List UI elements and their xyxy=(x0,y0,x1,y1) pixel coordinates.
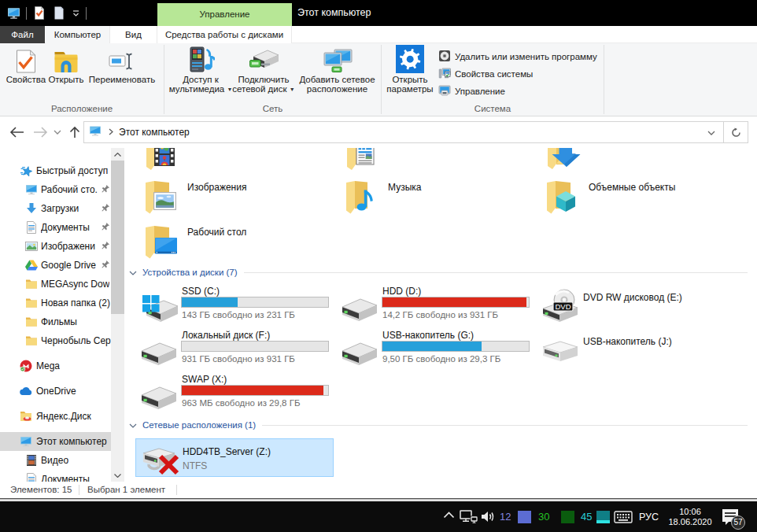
status-separator xyxy=(79,485,79,495)
folder-view: Изображения Музыка Объемные объекты Раб xyxy=(126,148,757,482)
dvd-drive-icon: DVD xyxy=(541,287,581,323)
recent-dropdown-icon[interactable] xyxy=(52,116,63,148)
refresh-button[interactable] xyxy=(724,121,748,143)
monitor-square-1[interactable] xyxy=(518,511,531,523)
group-label-network: Сеть xyxy=(164,104,381,113)
scroll-down-icon[interactable] xyxy=(111,469,124,482)
this-pc-icon[interactable] xyxy=(6,6,20,20)
sidebar-item-quick-access[interactable]: Быстрый доступ xyxy=(0,161,111,180)
folder-item-3d-objects[interactable]: Объемные объекты xyxy=(527,179,724,220)
folder-item-desktop[interactable]: Рабочий стол xyxy=(126,224,323,264)
section-header-devices[interactable]: Устройства и диски (7) xyxy=(129,266,754,279)
network-icon[interactable] xyxy=(460,510,478,524)
manage-button[interactable]: Управление xyxy=(438,84,505,98)
sidebar-item-chernobyl[interactable]: Чернобыль Сер xyxy=(0,331,111,350)
chevron-up-icon[interactable] xyxy=(443,512,455,519)
breadcrumb-path[interactable]: Этот компьютер xyxy=(119,127,190,138)
desktop-folder-icon xyxy=(145,224,183,261)
pictures-folder-icon xyxy=(145,179,183,216)
tab-view[interactable]: Вид xyxy=(110,26,157,43)
network-drive-item-z[interactable]: HDD4TB_Server (Z:) NTFS xyxy=(135,438,334,477)
monitor-square-3[interactable] xyxy=(596,511,610,523)
folder-item-music[interactable]: Музыка xyxy=(327,179,523,220)
sidebar-item-megasync[interactable]: MEGAsync Dow xyxy=(0,275,111,294)
breadcrumb-chevron-icon[interactable] xyxy=(109,127,113,138)
drive-item-j[interactable]: USB-накопитель (J:) xyxy=(527,330,724,371)
monitor-value-2[interactable]: 30 xyxy=(538,511,549,523)
sidebar-item-google-drive[interactable]: Google Drive xyxy=(0,256,111,275)
properties-icon xyxy=(4,46,48,73)
section-rule xyxy=(262,425,748,426)
sidebar-item-onedrive[interactable]: OneDrive xyxy=(0,382,111,401)
up-icon[interactable] xyxy=(66,116,83,148)
sidebar-item-desktop[interactable]: Рабочий сто. xyxy=(0,180,111,199)
clock[interactable]: 10:06 18.06.2020 xyxy=(667,507,714,527)
media-access-button[interactable]: Доступ к мультимедиа ▼ xyxy=(167,46,234,94)
sidebar-item-pictures[interactable]: Изображени xyxy=(0,237,111,256)
drive-item-d[interactable]: HDD (D:) 14,2 ГБ свободно из 931 ГБ xyxy=(327,286,523,327)
sidebar-item-new-folder[interactable]: Новая папка (2) xyxy=(0,294,111,312)
drive-item-f[interactable]: Локальный диск (F:) 931 ГБ свободно из 9… xyxy=(126,330,323,371)
folder-item-pictures[interactable]: Изображения xyxy=(126,179,323,220)
drive-icon xyxy=(341,331,380,368)
open-button[interactable]: Открыть xyxy=(48,46,84,84)
forward-icon[interactable] xyxy=(31,116,49,148)
scrollbar-thumb[interactable] xyxy=(111,161,124,314)
sidebar-item-videos[interactable]: Видео xyxy=(0,451,111,470)
monitor-value-3[interactable]: 45 xyxy=(581,511,592,523)
new-folder-icon[interactable] xyxy=(52,6,66,20)
explorer-window: Управление Этот компьютер Файл Компьютер… xyxy=(0,0,757,532)
sidebar-item-this-pc[interactable]: Этот компьютер xyxy=(0,432,111,451)
sidebar-item-documents[interactable]: Документы xyxy=(0,218,111,237)
dvd-disc-label: DVD xyxy=(555,302,571,311)
notification-center-button[interactable]: 57 xyxy=(721,508,740,526)
address-bar[interactable]: Этот компьютер xyxy=(83,121,724,143)
properties-check-icon[interactable] xyxy=(32,6,46,20)
drive-item-x[interactable]: SWAP (X:) 963 МБ свободно из 29,8 ГБ xyxy=(126,374,323,415)
collapse-chevron-icon[interactable] xyxy=(129,267,137,278)
map-network-drive-button[interactable]: Подключить сетевой диск ▼ xyxy=(227,46,300,94)
language-indicator[interactable]: РУС xyxy=(639,512,659,523)
sidebar-item-mega[interactable]: Mega xyxy=(0,357,111,375)
drive-item-c[interactable]: SSD (C:) 143 ГБ свободно из 231 ГБ xyxy=(126,286,323,327)
folder-icon xyxy=(25,297,38,309)
folder-item-downloads-partial[interactable] xyxy=(527,148,724,175)
folder-item-videos-partial[interactable] xyxy=(126,148,323,175)
tab-disk-tools[interactable]: Средства работы с дисками xyxy=(157,26,292,43)
volume-icon[interactable] xyxy=(480,510,497,523)
qat-dropdown-icon[interactable] xyxy=(72,9,80,18)
monitor-value-1[interactable]: 12 xyxy=(500,511,511,523)
add-network-location-button[interactable]: Добавить сетевое расположение xyxy=(297,46,378,94)
status-bar: Элементов: 15 Выбран 1 элемент xyxy=(0,482,757,498)
tab-file[interactable]: Файл xyxy=(0,26,45,43)
open-settings-button[interactable]: Открыть параметры xyxy=(385,46,435,94)
sidebar-item-documents-2[interactable]: Документы xyxy=(0,470,111,482)
notification-badge: 57 xyxy=(731,515,745,530)
collapse-chevron-icon[interactable] xyxy=(129,419,137,430)
rename-button[interactable]: Переименовать xyxy=(87,46,157,84)
manage-contextual-header[interactable]: Управление xyxy=(157,3,292,26)
address-dropdown-icon[interactable] xyxy=(707,122,715,143)
documents-icon xyxy=(25,473,38,482)
keyboard-icon[interactable] xyxy=(614,511,633,523)
drive-item-e[interactable]: DVD DVD RW дисковод (E:) xyxy=(527,286,724,327)
sidebar-item-downloads[interactable]: Загрузки xyxy=(0,199,111,218)
monitor-square-2[interactable] xyxy=(561,511,574,523)
uninstall-program-button[interactable]: Удалить или изменить программу xyxy=(438,50,597,64)
ribbon-group-system: Открыть параметры Удалить или изменить п… xyxy=(382,43,604,116)
3d-objects-folder-icon xyxy=(546,179,584,216)
pin-icon xyxy=(100,203,110,213)
tab-computer[interactable]: Компьютер xyxy=(46,26,110,44)
pin-icon xyxy=(100,222,110,232)
properties-button[interactable]: Свойства xyxy=(4,46,48,84)
folder-item-documents-partial[interactable] xyxy=(327,148,523,175)
system-properties-button[interactable]: Свойства системы xyxy=(438,67,533,81)
drive-item-g[interactable]: USB-накопитель (G:) 9,50 ГБ свободно из … xyxy=(327,330,523,371)
sidebar-item-yandex-disk[interactable]: Яндекс.Диск xyxy=(0,407,111,426)
uninstall-program-icon xyxy=(438,50,451,64)
scroll-up-icon[interactable] xyxy=(111,148,124,161)
section-header-network[interactable]: Сетевые расположения (1) xyxy=(129,419,754,431)
sidebar-scrollbar[interactable] xyxy=(111,148,124,482)
sidebar-item-films[interactable]: Фильмы xyxy=(0,312,111,331)
back-icon[interactable] xyxy=(8,116,25,148)
